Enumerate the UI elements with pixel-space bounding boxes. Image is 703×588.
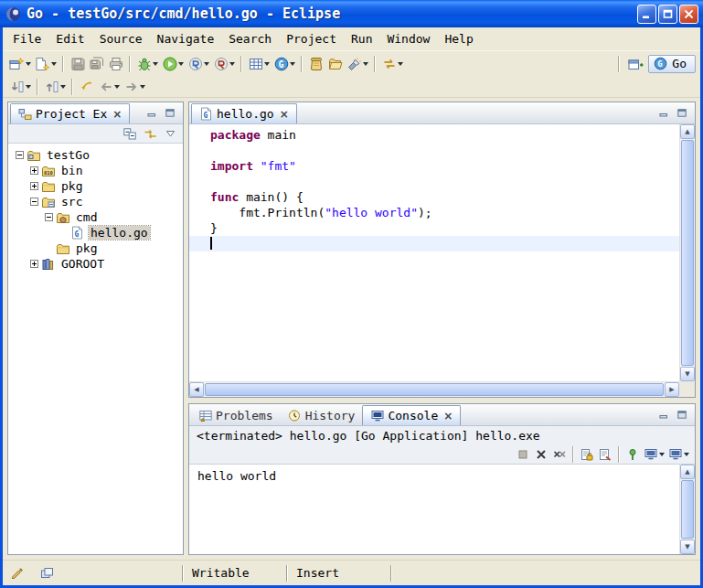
menu-window[interactable]: Window — [379, 29, 437, 48]
tab-project-explorer[interactable]: Project Ex × — [10, 103, 130, 123]
close-view-icon[interactable]: × — [443, 411, 453, 422]
new-file-button[interactable] — [33, 56, 59, 72]
dropdown-caret-icon[interactable] — [290, 62, 295, 66]
synchronize-button[interactable] — [379, 56, 405, 72]
tree-expander-icon[interactable] — [30, 198, 38, 206]
maximize-view-button[interactable] — [675, 106, 689, 119]
back-button[interactable] — [96, 79, 122, 95]
menu-project[interactable]: Project — [279, 29, 344, 48]
previous-annotation-button[interactable] — [42, 79, 68, 95]
remove-launch-button[interactable] — [532, 446, 550, 462]
minimize-view-button[interactable] — [656, 408, 671, 421]
remove-all-launches-button[interactable] — [550, 446, 569, 462]
menu-search[interactable]: Search — [221, 29, 279, 48]
dropdown-caret-icon[interactable] — [26, 85, 31, 89]
dropdown-caret-icon[interactable] — [229, 62, 235, 66]
menu-edit[interactable]: Edit — [48, 29, 91, 48]
scrollbar-track[interactable] — [204, 382, 665, 397]
pin-console-button[interactable] — [623, 446, 642, 462]
search-button[interactable] — [345, 56, 370, 72]
dropdown-caret-icon[interactable] — [114, 85, 120, 89]
code-area[interactable]: package mainimport "fmt"func main() { fm… — [189, 127, 679, 251]
new-wizard-button[interactable] — [7, 56, 33, 72]
dropdown-caret-icon[interactable] — [51, 62, 57, 66]
go-tool-button[interactable]: G — [272, 56, 297, 72]
dropdown-caret-icon[interactable] — [153, 62, 158, 66]
title-bar[interactable]: Go - testGo/src/cmd/hello.go - Eclipse — [0, 0, 703, 27]
console-output-area[interactable]: hello world ▲ ▼ — [189, 465, 695, 554]
trim-stack-icon[interactable] — [39, 567, 54, 580]
external-tools-button[interactable] — [211, 56, 237, 72]
save-button[interactable] — [68, 56, 87, 72]
save-all-button[interactable] — [87, 56, 106, 72]
dropdown-caret-icon[interactable] — [60, 85, 66, 89]
tree-item-testgo[interactable]: testGo — [8, 147, 183, 163]
scrollbar-track[interactable] — [680, 479, 695, 540]
run-history-button[interactable] — [186, 56, 211, 72]
next-annotation-button[interactable] — [7, 79, 33, 95]
debug-button[interactable] — [134, 56, 160, 72]
scroll-up-button[interactable]: ▲ — [680, 124, 695, 139]
view-menu-button[interactable] — [163, 127, 177, 140]
tree-item-pkg[interactable]: pkg — [8, 178, 183, 194]
menu-navigate[interactable]: Navigate — [150, 29, 222, 48]
scrollbar-thumb[interactable] — [681, 480, 694, 539]
menu-source[interactable]: Source — [92, 29, 150, 48]
menu-file[interactable]: File — [5, 29, 48, 48]
link-with-editor-button[interactable] — [143, 127, 157, 140]
editor-horizontal-scrollbar[interactable]: ◀ ▶ — [189, 381, 679, 397]
minimize-view-button[interactable] — [144, 106, 159, 119]
scroll-left-button[interactable]: ◀ — [189, 382, 204, 397]
dropdown-caret-icon[interactable] — [178, 62, 184, 66]
terminate-button[interactable] — [514, 446, 532, 462]
scroll-right-button[interactable]: ▶ — [665, 382, 679, 397]
jar-button[interactable] — [306, 56, 325, 72]
scrollbar-track[interactable] — [680, 139, 695, 367]
print-button[interactable] — [106, 56, 125, 72]
tree-item-cmd[interactable]: cmd — [8, 209, 183, 225]
go-perspective-button[interactable]: G Go — [648, 55, 696, 73]
dropdown-caret-icon[interactable] — [684, 453, 689, 456]
tree-item-src[interactable]: src — [8, 194, 183, 209]
fast-view-icon[interactable] — [10, 567, 25, 580]
maximize-button[interactable] — [658, 5, 677, 24]
scroll-lock-button[interactable] — [578, 446, 596, 462]
maximize-view-button[interactable] — [163, 106, 177, 119]
dropdown-caret-icon[interactable] — [140, 85, 145, 89]
scroll-down-button[interactable]: ▼ — [680, 367, 695, 381]
console-vertical-scrollbar[interactable]: ▲ ▼ — [679, 465, 695, 554]
minimize-button[interactable] — [637, 5, 656, 24]
open-perspective-button[interactable] — [626, 56, 645, 72]
forward-button[interactable] — [122, 79, 147, 95]
tree-expander-icon[interactable] — [30, 260, 38, 268]
tree-expander-icon[interactable] — [45, 213, 53, 221]
tree-item-goroot[interactable]: GOROOT — [8, 256, 183, 272]
editor-vertical-scrollbar[interactable]: ▲ ▼ — [679, 124, 695, 381]
code-editor[interactable]: package mainimport "fmt"func main() { fm… — [189, 124, 695, 397]
tab-console[interactable]: Console× — [362, 405, 461, 425]
menu-help[interactable]: Help — [437, 29, 480, 48]
close-view-icon[interactable]: × — [112, 109, 122, 120]
tree-expander-icon[interactable] — [30, 182, 38, 190]
last-edit-location-button[interactable] — [77, 79, 96, 95]
new-project-button[interactable] — [246, 56, 272, 72]
tree-item-pkg[interactable]: pkg — [8, 241, 183, 256]
dropdown-caret-icon[interactable] — [659, 453, 665, 456]
tree-item-hello-go[interactable]: Ghello.go — [8, 225, 183, 241]
dropdown-caret-icon[interactable] — [264, 62, 270, 66]
display-console-button[interactable] — [642, 446, 666, 462]
tab-problems[interactable]: Problems — [191, 405, 281, 425]
dropdown-caret-icon[interactable] — [398, 62, 403, 66]
tree-item-bin[interactable]: 010bin — [8, 163, 183, 178]
maximize-view-button[interactable] — [675, 408, 689, 421]
collapse-all-button[interactable] — [122, 127, 137, 140]
open-folder-button[interactable] — [325, 56, 345, 72]
tree-expander-icon[interactable] — [16, 151, 24, 159]
tab-history[interactable]: History — [281, 405, 363, 425]
dropdown-caret-icon[interactable] — [363, 62, 368, 66]
clear-console-button[interactable] — [596, 446, 614, 462]
tree-expander-icon[interactable] — [30, 166, 38, 175]
scrollbar-thumb[interactable] — [681, 140, 694, 366]
menu-run[interactable]: Run — [344, 29, 379, 48]
open-console-button[interactable] — [666, 446, 691, 462]
